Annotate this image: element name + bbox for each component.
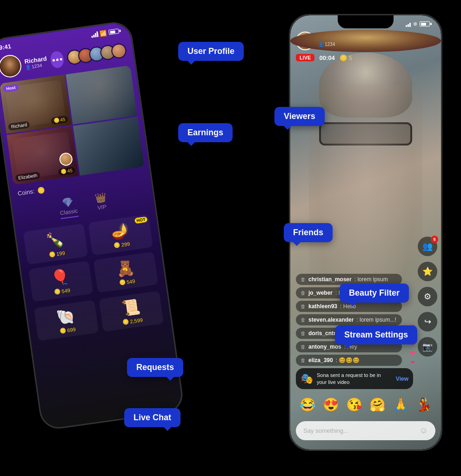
- pf-status-icons: ⊕: [406, 21, 432, 27]
- emoji-hug[interactable]: 🤗: [369, 397, 386, 412]
- pb-host-info: Richard 👤 1234: [24, 55, 48, 70]
- pb-fourth-video: [73, 117, 144, 176]
- pf-signal-icon: [406, 21, 411, 27]
- pf-emoji-bar: 😂 😍 😘 🤗 🙏 💃: [296, 397, 435, 412]
- chat-text-1: : lorem ipsum: [354, 276, 388, 283]
- emoji-laugh[interactable]: 😂: [300, 397, 316, 412]
- pf-smiley-icon[interactable]: ☺: [420, 426, 428, 436]
- emoji-dance[interactable]: 💃: [416, 397, 432, 412]
- add-person-icon: 👤: [25, 64, 31, 70]
- pb-time: 9:41: [0, 43, 12, 51]
- pb-tab-vip[interactable]: 👑 VIP: [94, 191, 109, 217]
- crown-icon: 👑: [94, 191, 107, 204]
- people-icon: 👥: [422, 241, 433, 251]
- chat-sender-7: eliza_390: [308, 357, 333, 364]
- chat-sender-2: jo_weber: [308, 290, 333, 296]
- pf-friends-button[interactable]: 👥 5: [418, 237, 437, 256]
- pb-video-grid: Host Richard 🪙45 Elizabeth 🪙45: [0, 65, 145, 185]
- pf-user-sub: 👤 1234: [318, 42, 345, 47]
- trash-icon-7: 🗑: [301, 357, 306, 363]
- gift-item-shell[interactable]: 🐚 🪙699: [34, 300, 99, 341]
- chat-sender-6: antony_mos: [308, 344, 341, 350]
- gift-item-299[interactable]: 🪔 HOT 🪙299: [88, 214, 153, 256]
- pf-live-badge: LIVE: [296, 54, 314, 61]
- pb-host-video: Host Richard 🪙45: [0, 74, 71, 133]
- bubble-beauty-filter: Beauty Filter: [340, 284, 409, 303]
- bubble-user-profile: User Profile: [178, 42, 244, 61]
- chat-msg-4: 🗑 steven.alexander : lorem ipsum...!: [296, 314, 402, 325]
- pf-live-time: 00:04: [319, 54, 334, 61]
- chat-sender-4: steven.alexander: [308, 317, 354, 323]
- pb-status-icons: 📶: [91, 27, 121, 38]
- pf-wifi-icon: ⊕: [413, 21, 417, 27]
- gift-item-balloon[interactable]: 🎈 🪙549: [28, 261, 94, 302]
- pb-tertiary-video: Elizabeth 🪙45: [7, 126, 78, 185]
- request-mask-icon: 🎭: [301, 373, 313, 385]
- bubble-stream-settings: Stream Settings: [335, 325, 417, 344]
- pf-request-view-button[interactable]: View: [396, 376, 408, 382]
- diamond-icon: 💎: [58, 195, 77, 209]
- pf-person-icon: 👤: [318, 42, 324, 47]
- coins-icon: 🪙: [37, 186, 45, 194]
- bubble-friends: Friends: [284, 223, 333, 242]
- pb-host-avatar: [0, 53, 23, 79]
- pb-coins-label: Coins:: [17, 188, 35, 197]
- pf-live-row: LIVE 00:04 🪙 5: [290, 52, 441, 63]
- camera-icon: 📷: [422, 342, 433, 352]
- pf-settings-button[interactable]: ⚙: [418, 287, 437, 306]
- chat-text-4: : lorem ipsum...!: [356, 317, 396, 323]
- chat-sender-1: christian_moser: [308, 276, 352, 283]
- chat-sender-3: kathleen93: [308, 303, 337, 310]
- gift-item-bear[interactable]: 🧸 🪙549: [94, 251, 159, 293]
- pf-request-banner: 🎭 Sona sent a request to be in your live…: [296, 368, 413, 389]
- pf-notch: [338, 15, 394, 28]
- bubble-requests: Requests: [127, 358, 183, 377]
- pb-tab-classic[interactable]: 💎 Classic: [58, 195, 79, 222]
- trash-icon-3: 🗑: [301, 304, 306, 309]
- chat-msg-7: 🗑 eliza_390 : 😊😊😊: [296, 355, 402, 366]
- trash-icon-2: 🗑: [301, 290, 306, 296]
- pf-coin-icon: 🪙: [340, 54, 347, 61]
- wifi-icon: 📶: [100, 29, 107, 37]
- star-icon: ⭐: [422, 266, 433, 277]
- gift-item-scroll[interactable]: 📜 🪙2,599: [99, 291, 164, 332]
- pf-battery-icon: [420, 21, 432, 26]
- trash-icon-4: 🗑: [301, 317, 306, 323]
- emoji-kiss[interactable]: 😘: [346, 397, 362, 412]
- pf-share-button[interactable]: ↪: [418, 312, 437, 331]
- emoji-pray[interactable]: 🙏: [393, 397, 409, 412]
- bubble-live-chat: Live Chat: [124, 408, 180, 427]
- signal-icon: [91, 31, 99, 38]
- pf-input-placeholder[interactable]: Say something...: [303, 427, 348, 434]
- pf-beauty-button[interactable]: ⭐: [418, 262, 437, 281]
- pb-dots-button[interactable]: [50, 50, 65, 68]
- dots-icon: [52, 58, 62, 61]
- pf-right-controls: 👥 5 ⭐ ⚙ ↪ 📷: [418, 237, 437, 357]
- share-icon: ↪: [424, 317, 431, 327]
- trash-icon-6: 🗑: [301, 344, 306, 350]
- pf-coin-count: 🪙 5: [340, 54, 352, 61]
- chat-text-7: : 😊😊😊: [336, 357, 360, 364]
- pf-camera-button[interactable]: 📷: [418, 337, 437, 357]
- pf-user-avatar[interactable]: [296, 32, 314, 50]
- bubble-viewers: Viewers: [274, 107, 325, 126]
- pf-request-text: Sona sent a request to be in your live v…: [317, 372, 392, 385]
- battery-icon: [108, 28, 121, 35]
- trash-icon-1: 🗑: [301, 277, 306, 282]
- pb-viewer-avatars: [66, 42, 127, 66]
- pf-input-bar: Say something... ☺: [296, 421, 435, 440]
- trash-icon-5: 🗑: [301, 331, 306, 336]
- pb-secondary-video: [66, 65, 137, 124]
- emoji-heart-eyes[interactable]: 😍: [323, 397, 339, 412]
- pf-top-bar: Elizabeth 👤 1234 ✕: [290, 30, 441, 52]
- pf-friends-badge: 5: [431, 236, 438, 243]
- gear-icon: ⚙: [424, 291, 431, 302]
- gift-item-bottle[interactable]: 🍾 🪙199: [23, 224, 88, 265]
- bubble-earnings: Earnings: [178, 123, 233, 142]
